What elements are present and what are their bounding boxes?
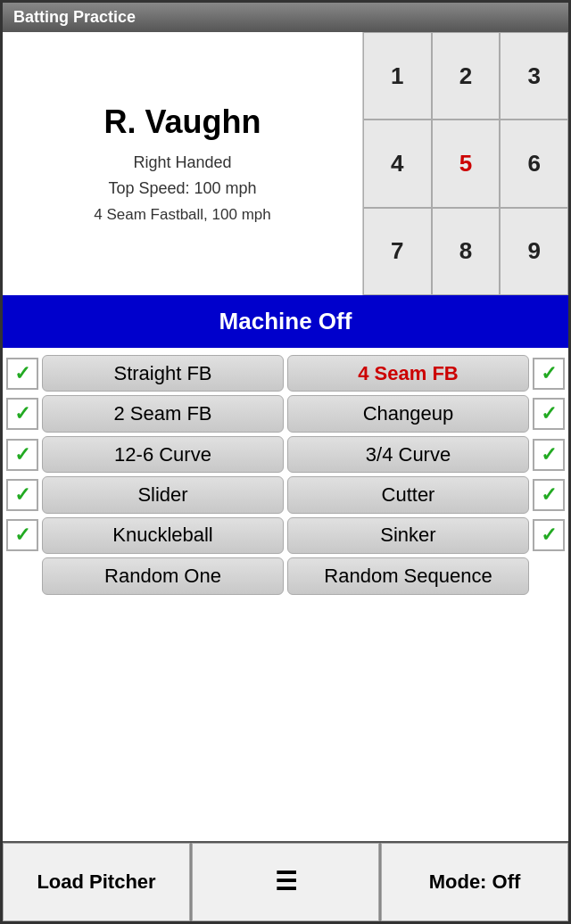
check-mark: ✓	[541, 524, 557, 547]
pitch-row-4: ✓KnuckleballSinker✓	[6, 517, 565, 554]
check-mark: ✓	[541, 402, 557, 425]
pitch-btn-left-3[interactable]: Slider	[42, 476, 284, 513]
checkbox-right-3[interactable]: ✓	[533, 479, 565, 511]
check-mark: ✓	[14, 402, 30, 425]
pitch-btn-right-4[interactable]: Sinker	[287, 517, 529, 554]
numpad-button-3[interactable]: 3	[500, 32, 568, 120]
numpad: 123456789	[363, 32, 568, 295]
spacer	[3, 602, 568, 842]
pitch-btn-left-2[interactable]: 12-6 Curve	[42, 436, 284, 473]
machine-status-label: Machine Off	[219, 308, 352, 334]
numpad-button-4[interactable]: 4	[363, 120, 432, 207]
random-one-button[interactable]: Random One	[42, 557, 284, 594]
bottom-toolbar: Load Pitcher ☰ Mode: Off	[3, 841, 568, 921]
numpad-button-6[interactable]: 6	[500, 120, 568, 207]
load-pitcher-label: Load Pitcher	[37, 870, 155, 894]
pitcher-handedness: Right Handed	[133, 153, 231, 171]
check-mark: ✓	[541, 443, 557, 466]
pitch-row-3: ✓SliderCutter✓	[6, 476, 565, 513]
checkbox-right-1[interactable]: ✓	[533, 398, 565, 430]
top-section: R. Vaughn Right Handed Top Speed: 100 mp…	[3, 32, 568, 295]
checkbox-left-0[interactable]: ✓	[6, 358, 38, 390]
checkbox-right-4[interactable]: ✓	[533, 519, 565, 551]
pitch-row-1: ✓2 Seam FBChangeup✓	[6, 395, 565, 432]
checkbox-left-2[interactable]: ✓	[6, 439, 38, 471]
numpad-button-5[interactable]: 5	[432, 120, 501, 207]
app-frame: Batting Practice R. Vaughn Right Handed …	[0, 0, 571, 924]
hamburger-icon: ☰	[275, 870, 297, 895]
checkbox-left-1[interactable]: ✓	[6, 398, 38, 430]
check-mark: ✓	[14, 443, 30, 466]
numpad-button-8[interactable]: 8	[432, 208, 501, 295]
checkbox-left-4[interactable]: ✓	[6, 519, 38, 551]
pitcher-details: Right Handed Top Speed: 100 mph	[108, 150, 256, 202]
numpad-button-9[interactable]: 9	[500, 208, 568, 295]
pitch-btn-right-1[interactable]: Changeup	[287, 395, 529, 432]
numpad-button-1[interactable]: 1	[363, 32, 432, 120]
pitch-row-2: ✓12-6 Curve3/4 Curve✓	[6, 436, 565, 473]
hamburger-menu-button[interactable]: ☰	[192, 843, 379, 921]
random-row: Random OneRandom Sequence	[6, 557, 565, 594]
pitch-btn-right-3[interactable]: Cutter	[287, 476, 529, 513]
pitcher-current-pitch: 4 Seam Fastball, 100 mph	[94, 206, 270, 224]
check-mark: ✓	[14, 524, 30, 547]
mode-label: Mode: Off	[429, 870, 521, 894]
check-mark: ✓	[14, 483, 30, 507]
pitcher-top-speed: Top Speed: 100 mph	[108, 179, 256, 197]
check-mark: ✓	[541, 362, 557, 385]
numpad-button-2[interactable]: 2	[432, 32, 501, 120]
pitch-btn-left-1[interactable]: 2 Seam FB	[42, 395, 284, 432]
random-sequence-button[interactable]: Random Sequence	[287, 557, 529, 594]
check-mark: ✓	[14, 362, 30, 385]
checkbox-right-0[interactable]: ✓	[533, 358, 565, 390]
check-mark: ✓	[541, 483, 557, 507]
pitch-grid: ✓Straight FB4 Seam FB✓✓2 Seam FBChangeup…	[3, 348, 568, 602]
pitch-btn-left-4[interactable]: Knuckleball	[42, 517, 284, 554]
machine-bar[interactable]: Machine Off	[3, 295, 568, 348]
pitch-row-0: ✓Straight FB4 Seam FB✓	[6, 355, 565, 392]
checkbox-right-2[interactable]: ✓	[533, 439, 565, 471]
pitcher-info: R. Vaughn Right Handed Top Speed: 100 mp…	[3, 32, 363, 295]
pitcher-name: R. Vaughn	[103, 103, 261, 141]
mode-button[interactable]: Mode: Off	[381, 843, 568, 921]
title-label: Batting Practice	[13, 8, 136, 26]
checkbox-left-3[interactable]: ✓	[6, 479, 38, 511]
pitch-btn-left-0[interactable]: Straight FB	[42, 355, 284, 392]
title-bar: Batting Practice	[3, 3, 568, 32]
numpad-button-7[interactable]: 7	[363, 208, 432, 295]
load-pitcher-button[interactable]: Load Pitcher	[3, 843, 190, 921]
pitch-btn-right-0[interactable]: 4 Seam FB	[287, 355, 529, 392]
pitch-btn-right-2[interactable]: 3/4 Curve	[287, 436, 529, 473]
